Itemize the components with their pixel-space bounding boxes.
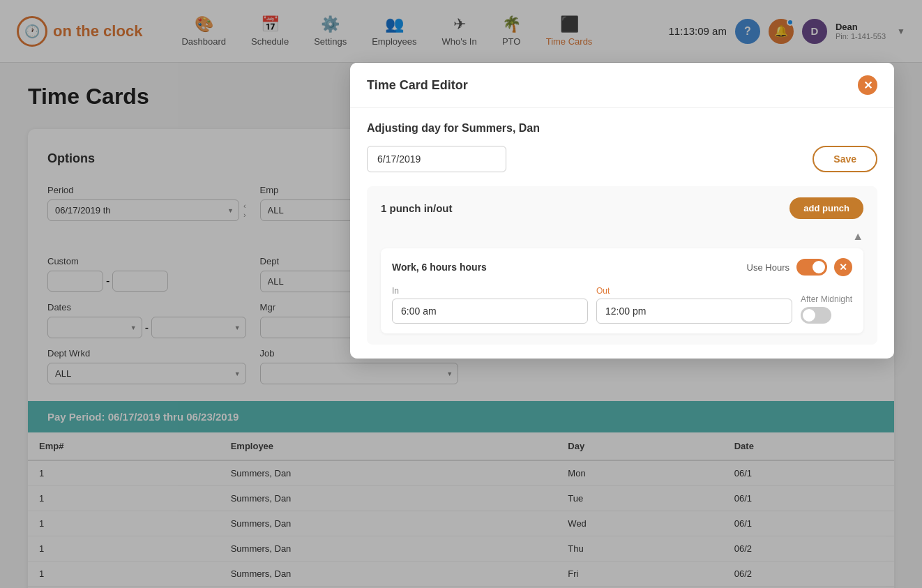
date-save-row: Save xyxy=(367,146,877,172)
after-midnight-group: After Midnight xyxy=(801,294,852,324)
work-entry: Work, 6 hours hours Use Hours ✕ In Out xyxy=(381,248,863,333)
use-hours-toggle[interactable] xyxy=(796,259,827,276)
punch-section: 1 punch in/out add punch ▲ Work, 6 hours… xyxy=(367,186,877,345)
out-label: Out xyxy=(596,286,792,296)
out-time-input[interactable] xyxy=(596,299,792,324)
modal-subtitle: Adjusting day for Summers, Dan xyxy=(367,122,877,135)
modal-header: Time Card Editor ✕ xyxy=(350,63,894,108)
time-card-editor-modal: Time Card Editor ✕ Adjusting day for Sum… xyxy=(350,63,894,359)
save-button[interactable]: Save xyxy=(813,146,877,172)
out-field-group: Out xyxy=(596,286,792,324)
modal-body: Adjusting day for Summers, Dan Save 1 pu… xyxy=(350,108,894,359)
in-field-group: In xyxy=(392,286,588,324)
delete-work-entry-button[interactable]: ✕ xyxy=(834,258,852,276)
punch-title: 1 punch in/out xyxy=(381,202,453,214)
modal-overlay: Time Card Editor ✕ Adjusting day for Sum… xyxy=(0,0,922,588)
in-label: In xyxy=(392,286,588,296)
punch-header: 1 punch in/out add punch xyxy=(381,197,863,219)
scroll-up-btn[interactable]: ▲ xyxy=(852,230,863,243)
modal-date-input[interactable] xyxy=(367,146,506,172)
after-midnight-label: After Midnight xyxy=(801,294,852,304)
add-punch-button[interactable]: add punch xyxy=(789,197,863,219)
modal-title: Time Card Editor xyxy=(367,78,468,93)
in-out-row: In Out After Midnight xyxy=(392,286,852,324)
work-entry-header: Work, 6 hours hours Use Hours ✕ xyxy=(392,258,852,276)
modal-close-button[interactable]: ✕ xyxy=(858,75,877,95)
after-midnight-toggle[interactable] xyxy=(801,307,831,324)
in-time-input[interactable] xyxy=(392,299,588,324)
use-hours-label: Use Hours xyxy=(747,262,789,273)
work-entry-title: Work, 6 hours hours xyxy=(392,262,740,273)
